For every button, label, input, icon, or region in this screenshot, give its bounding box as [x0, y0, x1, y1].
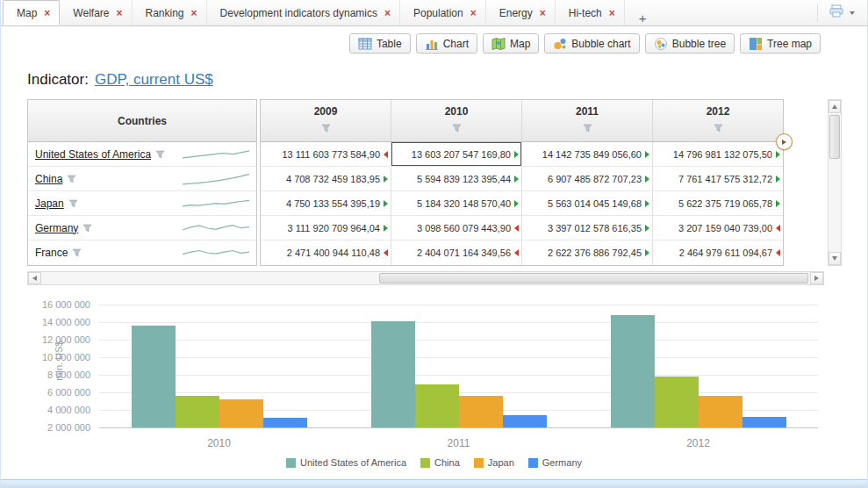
next-columns-button[interactable] — [776, 133, 793, 150]
tab-hi-tech[interactable]: Hi-tech× — [556, 0, 625, 25]
table-grid: CountriesUnited States of AmericaChinaJa… — [27, 99, 842, 266]
year-header-2011[interactable]: 2011 — [522, 100, 653, 141]
chart-view-button[interactable]: Chart — [416, 33, 477, 54]
value-cell[interactable]: 14 142 735 849 056,60 — [522, 142, 653, 166]
value-row-germany: 3 111 920 709 964,043 098 560 079 443,90… — [261, 216, 783, 240]
close-icon[interactable]: × — [384, 8, 391, 18]
vertical-scrollbar[interactable] — [828, 99, 842, 266]
filter-icon[interactable] — [67, 175, 76, 183]
app-window: Map×Welfare×Ranking×Development indicato… — [0, 0, 868, 488]
bar-germany-2011[interactable] — [503, 415, 547, 427]
filter-icon[interactable] — [321, 120, 331, 136]
close-icon[interactable]: × — [191, 8, 197, 18]
value-cell[interactable]: 14 796 981 132 075,50 — [653, 142, 783, 166]
close-icon[interactable]: × — [609, 8, 615, 18]
value-cell[interactable]: 2 622 376 886 792,45 — [522, 240, 653, 265]
view-button-label: Table — [377, 38, 402, 50]
increase-icon — [645, 249, 649, 256]
legend-item-germany[interactable]: Germany — [528, 457, 582, 468]
table-view-button[interactable]: Table — [349, 33, 411, 54]
filter-icon[interactable] — [68, 199, 78, 208]
cell-value: 6 907 485 872 707,23 — [548, 174, 642, 184]
close-icon[interactable]: × — [117, 8, 123, 18]
value-cell[interactable]: 5 184 320 148 570,40 — [391, 191, 522, 215]
value-cell[interactable]: 13 603 207 547 169,80 — [391, 142, 522, 166]
tab-map[interactable]: Map× — [3, 0, 60, 25]
y-tick-label: 16 000 000 — [42, 299, 90, 310]
close-icon[interactable]: × — [470, 8, 477, 18]
cell-value: 7 761 417 575 312,72 — [678, 174, 772, 184]
scroll-left-button[interactable] — [28, 272, 41, 284]
legend-item-china[interactable]: China — [420, 457, 460, 468]
value-cell[interactable]: 2 471 400 944 110,48 — [261, 240, 391, 265]
country-link[interactable]: France — [35, 247, 68, 259]
year-header-2012[interactable]: 2012 — [653, 100, 783, 141]
legend-item-united-states-of-america[interactable]: United States of America — [286, 457, 406, 468]
horizontal-scrollbar[interactable] — [27, 271, 824, 285]
year-header-2009[interactable]: 2009 — [261, 100, 391, 141]
bar-japan-2011[interactable] — [459, 396, 503, 427]
tab-ranking[interactable]: Ranking× — [133, 0, 207, 25]
value-cell[interactable]: 3 111 920 709 964,04 — [261, 216, 391, 240]
value-cell[interactable]: 5 622 375 719 065,78 — [653, 191, 783, 215]
horizontal-scroll-thumb[interactable] — [379, 273, 808, 283]
bubble-chart-view-button[interactable]: Bubble chart — [544, 33, 639, 54]
filter-icon[interactable] — [583, 120, 592, 136]
bar-united-states-of-america-2012[interactable] — [611, 315, 655, 427]
year-header-2010[interactable]: 2010 — [391, 100, 522, 141]
print-menu-button[interactable] — [817, 4, 867, 22]
value-cell[interactable]: 4 708 732 459 183,95 — [261, 167, 391, 190]
bar-china-2010[interactable] — [176, 396, 219, 427]
value-cell[interactable]: 5 563 014 045 149,68 — [522, 191, 653, 215]
scroll-up-button[interactable] — [829, 100, 841, 113]
value-cell[interactable]: 3 397 012 578 616,35 — [522, 216, 653, 240]
scroll-right-button[interactable] — [810, 272, 823, 284]
bar-china-2011[interactable] — [415, 384, 459, 427]
tree-map-view-button[interactable]: Tree map — [740, 33, 821, 54]
cell-value: 5 184 320 148 570,40 — [417, 198, 511, 209]
value-row-united-states-of-america: 13 111 603 773 584,9013 603 207 547 169,… — [261, 142, 783, 167]
legend-item-japan[interactable]: Japan — [474, 457, 514, 468]
filter-icon[interactable] — [452, 120, 462, 136]
tab-welfare[interactable]: Welfare× — [60, 0, 132, 25]
bar-germany-2012[interactable] — [742, 417, 786, 427]
value-cell[interactable]: 7 761 417 575 312,72 — [653, 167, 783, 190]
map-icon — [491, 37, 506, 51]
vertical-scroll-thumb[interactable] — [829, 115, 840, 159]
bar-germany-2010[interactable] — [263, 418, 307, 427]
decrease-icon — [384, 249, 388, 256]
bar-united-states-of-america-2011[interactable] — [371, 321, 415, 427]
filter-icon[interactable] — [82, 224, 92, 233]
value-cell[interactable]: 3 207 159 040 739,00 — [653, 216, 783, 240]
bar-china-2012[interactable] — [655, 377, 699, 427]
bar-united-states-of-america-2010[interactable] — [132, 326, 176, 427]
value-cell[interactable]: 6 907 485 872 707,23 — [522, 167, 653, 190]
filter-icon[interactable] — [155, 150, 165, 159]
filter-icon[interactable] — [714, 120, 723, 136]
tab-population[interactable]: Population× — [400, 0, 486, 25]
close-icon[interactable]: × — [540, 8, 546, 18]
country-link[interactable]: Germany — [35, 222, 78, 234]
value-cell[interactable]: 13 111 603 773 584,90 — [261, 142, 391, 166]
bubble-tree-view-button[interactable]: Bubble tree — [645, 33, 735, 54]
view-button-label: Chart — [443, 38, 469, 50]
country-link[interactable]: China — [35, 173, 62, 185]
tab-development-indicators-dynamics[interactable]: Development indicators dynamics× — [207, 0, 400, 25]
tab-energy[interactable]: Energy× — [486, 0, 556, 25]
legend-swatch — [474, 458, 484, 468]
value-cell[interactable]: 2 404 071 164 349,56 — [391, 240, 522, 265]
country-link[interactable]: Japan — [35, 197, 64, 210]
country-link[interactable]: United States of America — [35, 148, 151, 161]
bar-japan-2010[interactable] — [219, 399, 263, 427]
map-view-button[interactable]: Map — [483, 33, 539, 54]
value-cell[interactable]: 3 098 560 079 443,90 — [391, 216, 522, 240]
indicator-link[interactable]: GDP, current US$ — [95, 71, 213, 88]
close-icon[interactable]: × — [44, 8, 50, 18]
value-cell[interactable]: 5 594 839 123 395,44 — [391, 167, 522, 190]
scroll-down-button[interactable] — [829, 252, 841, 265]
value-cell[interactable]: 2 464 979 611 094,67 — [653, 240, 783, 265]
value-cell[interactable]: 4 750 133 554 395,19 — [261, 191, 391, 215]
filter-icon[interactable] — [72, 248, 82, 257]
bar-japan-2012[interactable] — [699, 396, 742, 427]
new-tab-button[interactable]: + — [625, 11, 661, 25]
